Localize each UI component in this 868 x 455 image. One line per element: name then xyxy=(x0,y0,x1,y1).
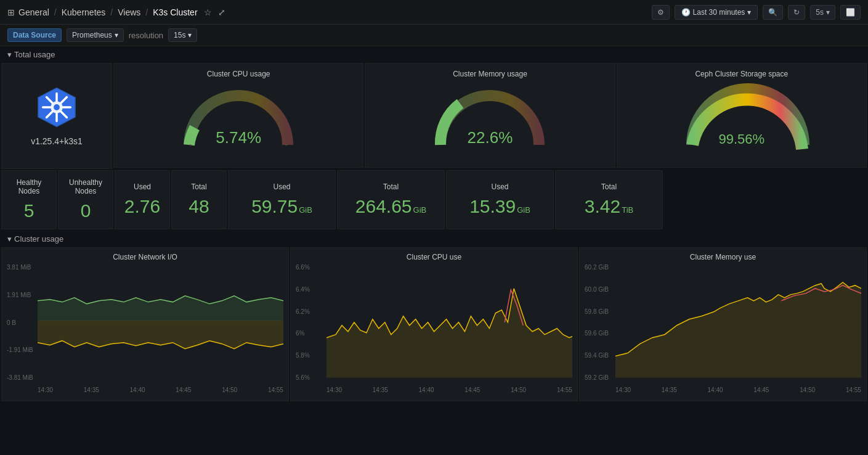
cpu-gauge-value: 5.74% xyxy=(216,128,261,147)
mem-gauge-title: Cluster Memory usage xyxy=(453,70,527,78)
mem-gauge-value: 22.6% xyxy=(468,128,513,147)
cpu-gauge-title: Cluster CPU usage xyxy=(207,70,270,78)
cpu-use-y-labels: 6.6% 6.4% 6.2% 6% 5.8% 5.6% xyxy=(296,264,327,381)
chevron-down-icon-2: ▾ xyxy=(826,8,830,17)
chart-grid: Cluster Network I/O 3.81 MiB 1.91 MiB 0 … xyxy=(0,247,868,403)
storage-used-label: Used xyxy=(491,182,508,191)
chevron-down-icon-3: ▾ xyxy=(115,31,118,39)
network-chart-panel: Cluster Network I/O 3.81 MiB 1.91 MiB 0 … xyxy=(1,247,289,401)
settings-button[interactable]: ⚙ xyxy=(652,5,670,20)
mem-gauge-panel: Cluster Memory usage 22.6% xyxy=(365,63,615,168)
svg-marker-16 xyxy=(38,321,283,349)
healthy-nodes-label: Healthy Nodes xyxy=(7,178,51,195)
cpu-used-value: 2.76 xyxy=(124,196,160,217)
zoom-button[interactable]: 🔍 xyxy=(763,5,783,20)
ceph-gauge-panel: Ceph Cluster Storage space 99.56% xyxy=(617,63,867,168)
total-usage-header[interactable]: ▾ Total usage xyxy=(0,46,868,63)
toolbar: Data Source Prometheus ▾ resolution 15s … xyxy=(0,25,868,46)
cpu-total-label: Total xyxy=(191,182,206,191)
topbar: ⊞ General / Kubernetes / Views / K3s Clu… xyxy=(0,0,868,25)
breadcrumb-area: ⊞ General / Kubernetes / Views / K3s Clu… xyxy=(7,7,225,17)
network-chart-svg xyxy=(38,264,283,378)
healthy-nodes-cell: Healthy Nodes 5 xyxy=(1,170,57,229)
breadcrumb-general[interactable]: General xyxy=(18,7,49,17)
svg-marker-18 xyxy=(615,282,861,378)
refresh-rate-label: 5s xyxy=(816,8,824,17)
cpu-gauge-container: 5.74% xyxy=(177,83,300,151)
mem-used-label: Used xyxy=(273,182,290,191)
cpu-total-value: 48 xyxy=(189,196,209,217)
collapse-icon-2: ▾ xyxy=(7,234,12,244)
breadcrumb-k3s: K3s Cluster xyxy=(153,7,197,17)
resolution-select[interactable]: 15s ▾ xyxy=(168,28,197,42)
mem-use-chart-svg xyxy=(615,264,861,378)
ceph-gauge-container: 99.56% xyxy=(680,83,803,151)
storage-total-cell: Total 3.42TiB xyxy=(555,170,663,229)
cpu-use-chart-svg xyxy=(327,264,572,378)
network-y-labels: 3.81 MiB 1.91 MiB 0 B -1.91 MiB -3.81 Mi… xyxy=(7,264,38,381)
unhealthy-nodes-cell: Unhealthy Nodes 0 xyxy=(58,170,113,229)
cpu-gauge-panel: Cluster CPU usage xyxy=(113,63,363,168)
mem-used-value: 59.75GiB xyxy=(251,196,312,217)
storage-used-value: 15.39GiB xyxy=(469,196,530,217)
healthy-nodes-value: 5 xyxy=(24,200,34,221)
mem-use-chart-area: 60.2 GiB 60.0 GiB 59.8 GiB 59.6 GiB 59.4… xyxy=(585,264,861,393)
resolution-label: resolution xyxy=(129,31,163,40)
breadcrumb-views[interactable]: Views xyxy=(118,7,140,17)
time-range-button[interactable]: 🕐 Last 30 minutes ▾ xyxy=(675,5,758,20)
cpu-used-label: Used xyxy=(134,182,151,191)
svg-marker-15 xyxy=(38,296,283,321)
unhealthy-nodes-label: Unhealthy Nodes xyxy=(63,178,108,195)
cpu-use-chart-area: 6.6% 6.4% 6.2% 6% 5.8% 5.6% 14:30 14:35 … xyxy=(296,264,572,393)
cpu-use-chart-title: Cluster CPU use xyxy=(296,253,572,261)
total-usage-title: Total usage xyxy=(14,50,55,59)
datasource-label: Data Source xyxy=(7,28,62,42)
k8s-logo-icon xyxy=(35,86,78,129)
network-chart-title: Cluster Network I/O xyxy=(7,253,283,261)
cpu-total-cell: Total 48 xyxy=(171,170,227,229)
storage-used-cell: Used 15.39GiB xyxy=(446,170,554,229)
tv-button[interactable]: ⬜ xyxy=(840,5,861,20)
share-icon[interactable]: ⤢ xyxy=(218,7,225,17)
cpu-use-chart-panel: Cluster CPU use 6.6% 6.4% 6.2% 6% 5.8% 5… xyxy=(290,247,578,401)
total-usage-grid: v1.25.4+k3s1 Cluster CPU usage xyxy=(0,63,868,170)
mem-use-x-labels: 14:30 14:35 14:40 14:45 14:50 14:55 xyxy=(615,387,861,393)
chevron-down-icon-4: ▾ xyxy=(188,31,192,39)
k8s-version: v1.25.4+k3s1 xyxy=(31,136,83,146)
mem-total-cell: Total 264.65GiB xyxy=(337,170,445,229)
time-range-label: Last 30 minutes xyxy=(693,8,745,17)
stat-row: Healthy Nodes 5 Unhealthy Nodes 0 Used 2… xyxy=(0,170,868,231)
ceph-gauge-title: Ceph Cluster Storage space xyxy=(695,70,788,78)
cluster-usage-title: Cluster usage xyxy=(14,234,63,244)
unhealthy-nodes-value: 0 xyxy=(81,200,91,221)
ceph-gauge-value: 99.56% xyxy=(719,131,765,147)
clock-icon: 🕐 xyxy=(681,8,691,17)
resolution-value: 15s xyxy=(174,31,185,39)
mem-used-cell: Used 59.75GiB xyxy=(228,170,336,229)
mem-use-y-labels: 60.2 GiB 60.0 GiB 59.8 GiB 59.6 GiB 59.4… xyxy=(585,264,615,381)
mem-total-value: 264.65GiB xyxy=(355,196,426,217)
cpu-used-cell: Used 2.76 xyxy=(115,170,170,229)
storage-total-value: 3.42TiB xyxy=(585,196,633,217)
svg-point-3 xyxy=(54,104,60,110)
mem-gauge-container: 22.6% xyxy=(428,83,551,151)
chevron-down-icon: ▾ xyxy=(747,8,751,17)
topbar-controls: ⚙ 🕐 Last 30 minutes ▾ 🔍 ↻ 5s ▾ ⬜ xyxy=(652,5,861,20)
cpu-use-x-labels: 14:30 14:35 14:40 14:45 14:50 14:55 xyxy=(327,387,572,393)
cluster-usage-header[interactable]: ▾ Cluster usage xyxy=(0,231,868,247)
mem-use-chart-title: Cluster Memory use xyxy=(585,253,861,261)
collapse-icon: ▾ xyxy=(7,50,12,59)
star-icon[interactable]: ☆ xyxy=(204,7,212,17)
network-x-labels: 14:30 14:35 14:40 14:45 14:50 14:55 xyxy=(38,387,283,393)
mem-total-label: Total xyxy=(383,182,399,191)
k8s-panel: v1.25.4+k3s1 xyxy=(1,63,112,169)
refresh-rate-button[interactable]: 5s ▾ xyxy=(810,5,835,20)
mem-use-chart-panel: Cluster Memory use 60.2 GiB 60.0 GiB 59.… xyxy=(579,247,867,401)
breadcrumb-kubernetes[interactable]: Kubernetes xyxy=(62,7,106,17)
svg-marker-17 xyxy=(327,289,572,378)
refresh-button[interactable]: ↻ xyxy=(788,5,805,20)
datasource-select[interactable]: Prometheus ▾ xyxy=(67,28,124,42)
network-chart-area: 3.81 MiB 1.91 MiB 0 B -1.91 MiB -3.81 Mi… xyxy=(7,264,283,393)
datasource-value: Prometheus xyxy=(72,31,112,39)
storage-total-label: Total xyxy=(601,182,617,191)
